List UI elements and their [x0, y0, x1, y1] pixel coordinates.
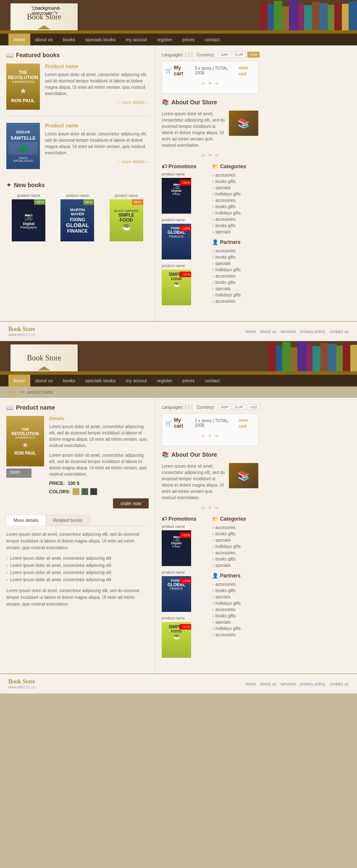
cat2-item-1[interactable]: »accesories — [212, 524, 258, 531]
view-cart-link-2[interactable]: view cart — [239, 418, 248, 429]
color-swatch-1[interactable] — [73, 488, 79, 495]
promo2-cover-1: -31% 📷 Digital Photo — [162, 530, 191, 566]
partner2-item-7[interactable]: »specials — [212, 619, 258, 625]
featured-title: 📖 Featured books — [6, 52, 149, 58]
currency-gbp-2[interactable]: GBP — [219, 404, 231, 410]
partner-item-3[interactable]: »specials — [212, 260, 258, 267]
cat-item-6[interactable]: »books gifts — [212, 204, 258, 210]
promo2-book-1: product name -31% 📷 Digital Photo — [162, 524, 191, 566]
nav2-account[interactable]: my accout — [121, 375, 152, 386]
view-cart-link[interactable]: view cart — [239, 66, 248, 76]
promotions-title-2: 🏷 Promotions — [162, 516, 208, 522]
new-book-1: product name NEW 📷 Digital Photography — [6, 193, 51, 241]
footer2-link-services[interactable]: services — [281, 682, 296, 686]
breadcrumb-home[interactable]: home — [6, 390, 17, 394]
partner-item-2[interactable]: »books gifts — [212, 254, 258, 260]
cat-item-1[interactable]: »accesories — [212, 172, 258, 178]
nav-register[interactable]: register — [152, 34, 177, 45]
partner-item-5[interactable]: »accesories — [212, 273, 258, 279]
partner2-item-1[interactable]: »accesories — [212, 581, 258, 587]
tab-list-item-1: »Lorem ipsum dolor sit amet, consectetur… — [6, 555, 149, 562]
cat-item-2[interactable]: »books gifts — [212, 178, 258, 185]
partner2-item-4[interactable]: »hollidays gifts — [212, 600, 258, 606]
nav2-home[interactable]: home — [8, 375, 30, 386]
partner-item-4[interactable]: »hollidays gifts — [212, 267, 258, 273]
footer-link-home[interactable]: home — [245, 329, 256, 334]
footer2-link-contact[interactable]: contact us — [329, 682, 349, 686]
cat2-item-5[interactable]: »accesories — [212, 550, 258, 556]
product-name-2[interactable]: Product name — [45, 123, 79, 129]
promo2-item-1: product name -31% 📷 Digital Photo — [162, 524, 208, 566]
color-swatch-2[interactable] — [81, 488, 88, 495]
partner2-item-6[interactable]: »books gifts — [212, 613, 258, 619]
partner-item-9[interactable]: »accesories — [212, 298, 258, 304]
cat-item-5[interactable]: »accesories — [212, 197, 258, 204]
nav2-register[interactable]: register — [152, 375, 177, 386]
footer-link-contact[interactable]: contact us — [329, 329, 349, 334]
partner-item-7[interactable]: »specials — [212, 286, 258, 292]
nav2-books[interactable]: books — [58, 375, 80, 386]
header-book: ');background-size:cover;"> Book Store — [10, 3, 78, 31]
footer2-link-privacy[interactable]: privacy policy — [300, 682, 325, 686]
footer2-link-about[interactable]: about us — [260, 682, 276, 686]
zoom-button[interactable]: zoom — [6, 468, 32, 478]
nav-about[interactable]: about us — [30, 34, 58, 45]
more-details-1[interactable]: -- more details -- — [45, 100, 149, 105]
partner-item-6[interactable]: »books gifts — [212, 279, 258, 286]
nav2-prices[interactable]: prices — [177, 375, 200, 386]
currency-eur[interactable]: EUR — [233, 52, 245, 58]
nav2-about[interactable]: about us — [30, 375, 58, 386]
cat2-item-4[interactable]: »hollidays gifts — [212, 543, 258, 550]
cat-item-8[interactable]: »accesories — [212, 216, 258, 222]
partner-item-1[interactable]: »accesories — [212, 248, 258, 254]
footer-logo-2: Book Store — [8, 678, 35, 685]
partner2-item-9[interactable]: »accesories — [212, 632, 258, 638]
partners-title-2: 👤 Partners — [212, 573, 258, 579]
product-name-1[interactable]: Product name — [45, 64, 79, 69]
currency-eur-2[interactable]: EUR — [233, 404, 245, 410]
currency-usd-2[interactable]: USD — [247, 404, 260, 410]
partner-item-8[interactable]: »hollidays gifts — [212, 292, 258, 298]
order-button[interactable]: order now — [113, 498, 149, 508]
nav-specials[interactable]: specials books — [80, 34, 121, 45]
cat2-item-6[interactable]: »books gifts — [212, 556, 258, 562]
promo2-book-2: product name -16% FIXING GLOBAL FINANCE — [162, 570, 191, 612]
nav-account[interactable]: my accout — [121, 34, 152, 45]
cat-item-9[interactable]: »books gifts — [212, 222, 258, 229]
color-swatch-3[interactable] — [90, 488, 97, 495]
tab-related-books[interactable]: Related books — [46, 515, 89, 526]
about-image-2: 📚 — [229, 463, 258, 488]
flag-fr — [189, 52, 189, 57]
cat-item-3[interactable]: »specials — [212, 185, 258, 191]
nav-prices[interactable]: prices — [177, 34, 200, 45]
partner2-item-5[interactable]: »accesories — [212, 606, 258, 613]
book-info-2: Product name Lorem ipsum dolor sit amet,… — [45, 123, 149, 169]
nav2-contact[interactable]: contact — [200, 375, 224, 386]
more-details-2[interactable]: -- more details -- — [45, 159, 149, 164]
partner2-item-8[interactable]: »hollidays gifts — [212, 625, 258, 632]
promo-book-3: product name -31% SIMPLE FOOD 🥗 — [162, 264, 191, 305]
new-books-grid: product name NEW 📷 Digital Photography p… — [6, 193, 149, 241]
partner2-item-2[interactable]: »books gifts — [212, 587, 258, 594]
nav-books[interactable]: books — [58, 34, 80, 45]
nav2-specials[interactable]: specials books — [80, 375, 121, 386]
cat2-item-2[interactable]: »books gifts — [212, 531, 258, 537]
footer-link-services[interactable]: services — [281, 329, 296, 334]
currency-gbp[interactable]: GBP — [219, 52, 231, 58]
cat-item-10[interactable]: »specials — [212, 229, 258, 235]
cat2-item-7[interactable]: »specials — [212, 562, 258, 569]
footer-link-privacy[interactable]: privacy policy — [300, 329, 325, 334]
product-content: 📖 Product name THE REVOLUTION A MANIFEST… — [0, 398, 155, 673]
footer-link-about[interactable]: about us — [260, 329, 276, 334]
details-title: Details — [49, 416, 149, 421]
colors-row: COLORS: — [49, 488, 149, 495]
footer2-link-home[interactable]: home — [245, 682, 256, 686]
cat-item-7[interactable]: »hollidays gifts — [212, 210, 258, 216]
partner2-item-3[interactable]: »specials — [212, 594, 258, 600]
nav-home[interactable]: home — [8, 34, 30, 45]
currency-usd[interactable]: USD — [247, 52, 260, 58]
cat2-item-3[interactable]: »specials — [212, 537, 258, 543]
nav-contact[interactable]: contact — [200, 34, 224, 45]
tab-more-details[interactable]: More details — [6, 515, 46, 526]
cat-item-4[interactable]: »hollidays gifts — [212, 191, 258, 197]
